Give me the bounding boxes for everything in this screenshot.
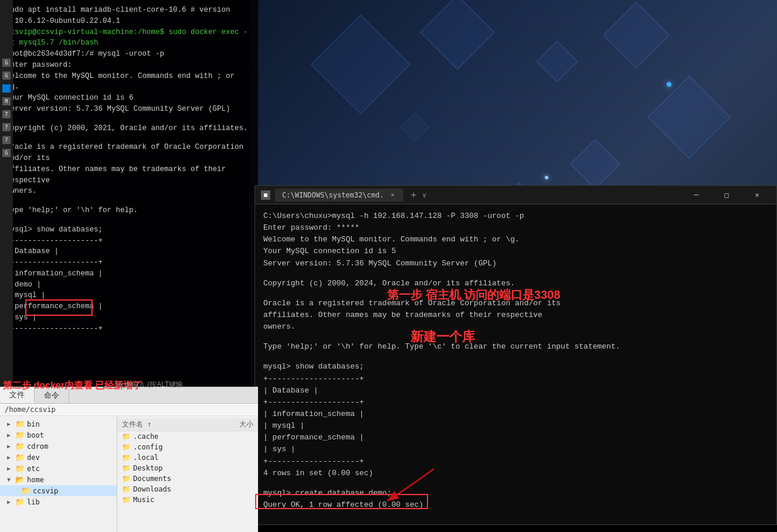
cmd-window: ■ C:\WINDOWS\system32\cmd. × + ∨ ─ □ × C… (255, 185, 777, 525)
tree-arrow-lib: ▶ (7, 499, 13, 505)
cmd-line-21: mysql> create database demo; (263, 487, 768, 499)
cmd-titlebar: ■ C:\WINDOWS\system32\cmd. × + ∨ ─ □ × (255, 186, 776, 204)
sidebar-item-1: G (2, 59, 11, 67)
file-row-cache[interactable]: 📁 .cache (117, 431, 258, 442)
cmd-line-22: Query OK, 1 row affected (0.00 sec) (263, 499, 768, 511)
maximize-button[interactable]: □ (713, 186, 740, 204)
fm-files: 文件名 ↑ 大小 📁 .cache 📁 .config 📁 .local 📁 D… (117, 416, 258, 532)
fm-body: ▶ 📁 bin ▶ 📁 boot ▶ 📁 cdrom ▶ 📁 dev ▶ (0, 416, 258, 532)
cmd-line-10: Type 'help;' or '\h' for help. Type '\c'… (263, 341, 768, 353)
window-controls: ─ □ × (683, 186, 771, 204)
new-tab-button[interactable]: + (410, 189, 416, 200)
folder-icon-bin: 📁 (15, 420, 25, 428)
cmd-line-16: | mysql | (263, 420, 768, 432)
new-db-annotation: 新建一个库 (410, 328, 475, 346)
folder-icon-home: 📂 (15, 475, 25, 484)
file-row-config[interactable]: 📁 .config (117, 442, 258, 452)
input-hint: 令令输入 (按ALT键输 (117, 380, 183, 390)
tree-arrow-home: ▼ (7, 476, 13, 483)
bg-line-11: owners. (6, 186, 252, 197)
cmd-tab[interactable]: C:\WINDOWS\system32\cmd. × (275, 189, 403, 202)
sidebar-item-3[interactable] (2, 84, 11, 93)
tree-label-ccsvip: ccsvip (33, 487, 58, 495)
step1-annotation: 第一步 宿主机 访问的端口是3308 (387, 287, 561, 303)
tree-label-etc: etc (27, 465, 40, 473)
bg-line-17: | information_schema | (6, 268, 252, 279)
bg-line-18: | demo | (6, 279, 252, 291)
fm-path: /home/ccsvip (0, 404, 258, 416)
sidebar-item-5: 7 (2, 110, 11, 118)
tree-arrow-etc: ▶ (7, 465, 13, 472)
folder-icon-boot: 📁 (15, 431, 25, 439)
cmd-line-15: | information_schema | (263, 408, 768, 420)
cmd-line-11: mysql> show databases; (263, 361, 768, 373)
bg-line-1: sudo apt install mariadb-client-core-10.… (6, 5, 252, 27)
tree-item-etc[interactable]: ▶ 📁 etc (0, 463, 117, 474)
cmd-tab-close[interactable]: × (388, 191, 396, 199)
tree-item-dev[interactable]: ▶ 📁 dev (0, 452, 117, 463)
fm-col-name: 文件名 ↑ (122, 420, 224, 429)
tab-chevron[interactable]: ∨ (422, 191, 426, 199)
cmd-line-14: +--------------------+ (263, 397, 768, 408)
bg-line-6: Your MySQL connection id is 6 (6, 93, 252, 104)
tree-label-lib: lib (27, 498, 40, 506)
bg-line-16: +--------------------+ (6, 257, 252, 268)
cmd-line-18: | sys | (263, 444, 768, 455)
cmd-line-13: | Database | (263, 385, 768, 397)
folder-icon-local: 📁 (122, 453, 131, 462)
folder-icon-etc: 📁 (15, 464, 25, 473)
tree-item-home[interactable]: ▼ 📂 home (0, 474, 117, 485)
cmd-content: C:\Users\chuxu>mysql -h 192.168.147.128 … (255, 204, 776, 524)
file-name-music: Music (133, 496, 222, 504)
cmd-line-2: Enter password: ***** (263, 222, 768, 234)
file-row-local[interactable]: 📁 .local (117, 452, 258, 463)
tree-item-cdrom[interactable]: ▶ 📁 cdrom (0, 441, 117, 452)
folder-icon-documents: 📁 (122, 475, 131, 483)
cmd-line-3: Welcome to the MySQL monitor. Commands e… (263, 234, 768, 245)
bg-line-8: Copyright (c) 2000, 2021, Oracle and/or … (6, 123, 252, 134)
tree-arrow-bin: ▶ (7, 421, 13, 427)
bg-line-7: Server version: 5.7.36 MySQL Community S… (6, 104, 252, 115)
tree-arrow-cdrom: ▶ (7, 443, 13, 449)
file-row-music[interactable]: 📁 Music (117, 495, 258, 505)
folder-icon-music: 📁 (122, 496, 131, 504)
bg-line-14: +--------------------+ (6, 236, 252, 247)
sidebar-item-8: G (2, 149, 11, 157)
fm-col-size: 大小 (224, 420, 253, 429)
file-row-desktop[interactable]: 📁 Desktop (117, 463, 258, 473)
file-row-documents[interactable]: 📁 Documents (117, 473, 258, 484)
bg-line-2: ccsvip@ccsvip-virtual-machine:/home$ sud… (6, 27, 252, 49)
folder-icon-lib: 📁 (15, 497, 25, 506)
file-manager: 文件 命令 /home/ccsvip ▶ 📁 bin ▶ 📁 boot ▶ 📁 … (0, 387, 258, 532)
fm-tree: ▶ 📁 bin ▶ 📁 boot ▶ 📁 cdrom ▶ 📁 dev ▶ (0, 416, 117, 532)
file-name-desktop: Desktop (133, 464, 222, 472)
cmd-line-19: +--------------------+ (263, 456, 768, 468)
tree-item-lib[interactable]: ▶ 📁 lib (0, 496, 117, 507)
bg-line-22: +--------------------+ (6, 323, 252, 335)
file-row-downloads[interactable]: 📁 Downloads (117, 484, 258, 495)
file-name-cache: .cache (133, 432, 222, 441)
tree-item-boot[interactable]: ▶ 📁 boot (0, 429, 117, 441)
bg-line-19: | mysql | (6, 290, 252, 301)
tree-item-ccsvip[interactable]: 📁 ccsvip (0, 485, 117, 496)
bg-line-4: Enter password: (6, 60, 252, 71)
cmd-line-17: | performance_schema | (263, 432, 768, 444)
cmd-line-8: affiliates. Other names may be trademark… (263, 309, 768, 321)
folder-icon-cdrom: 📁 (15, 442, 25, 451)
bg-line-20: | performance_schema | (6, 301, 252, 312)
file-name-config: .config (133, 443, 222, 451)
cmd-tab-label: C:\WINDOWS\system32\cmd. (282, 191, 384, 199)
folder-icon-ccsvip: 📁 (21, 486, 30, 495)
sidebar-item-6: 7 (2, 123, 11, 131)
file-name-downloads: Downloads (133, 485, 222, 493)
cmd-line-9: owners. (263, 321, 768, 333)
file-name-documents: Documents (133, 475, 222, 483)
folder-icon-desktop: 📁 (122, 464, 131, 472)
tree-item-bin[interactable]: ▶ 📁 bin (0, 418, 117, 429)
close-button[interactable]: × (744, 186, 771, 204)
file-name-local: .local (133, 453, 222, 462)
cmd-line-20: 4 rows in set (0.00 sec) (263, 468, 768, 479)
minimize-button[interactable]: ─ (683, 186, 710, 204)
bg-line-21: | sys | (6, 312, 252, 323)
tree-label-boot: boot (27, 431, 44, 439)
